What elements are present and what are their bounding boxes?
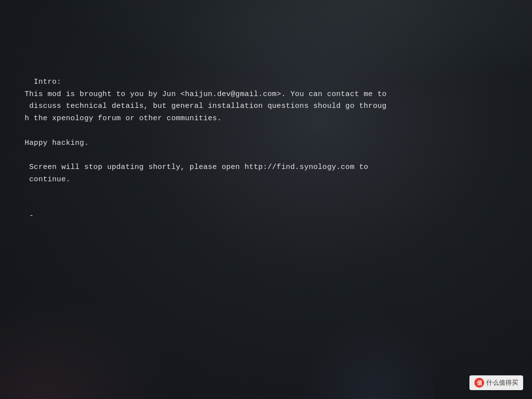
watermark-icon: 值 xyxy=(474,378,484,388)
terminal-text: Intro: This mod is brought to you by Jun… xyxy=(25,78,387,220)
terminal-output: Intro: This mod is brought to you by Jun… xyxy=(25,64,387,223)
watermark-text: 什么值得买 xyxy=(486,378,518,387)
watermark-badge: 值 什么值得买 xyxy=(469,375,523,390)
